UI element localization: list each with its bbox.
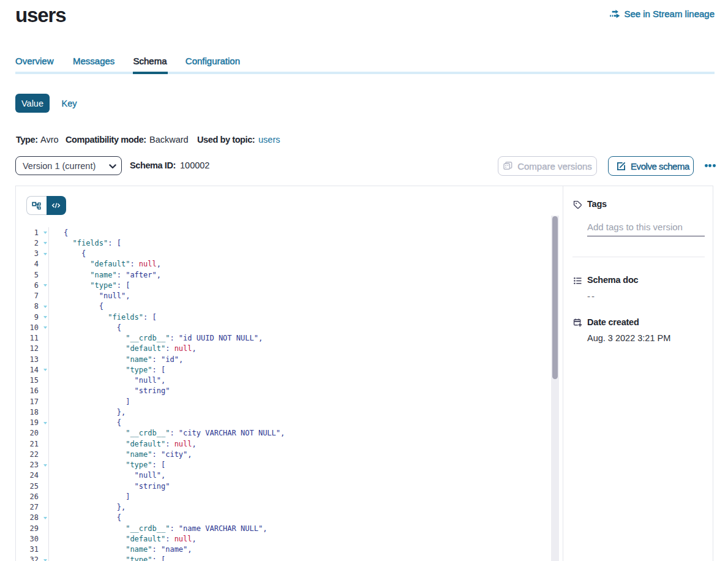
code-line-23: 23 "type": [ (16, 460, 551, 470)
code-line-21: 21 "default": null, (16, 439, 551, 449)
fold-arrow-icon (43, 464, 47, 467)
fold-gutter (39, 344, 49, 354)
code-line-13: 13 "name": "id", (16, 354, 551, 364)
line-number: 23 (16, 461, 39, 469)
code-text: "name": "name", (49, 545, 192, 554)
tag-icon (573, 200, 582, 209)
code-view-button[interactable] (47, 196, 67, 215)
schema-doc-value: -- (587, 292, 596, 301)
fold-arrow-icon (43, 284, 47, 287)
code-line-10: 10 { (16, 322, 551, 333)
code-line-29: 29 "__crdb__": "name VARCHAR NULL", (16, 523, 551, 533)
dot (705, 164, 708, 167)
code-line-26: 26 ] (16, 491, 551, 502)
schema-id-label: Schema ID: (130, 156, 176, 175)
fold-gutter (39, 386, 49, 396)
line-number: 1 (16, 228, 39, 237)
compare-versions-button[interactable]: Compare versions (498, 156, 597, 176)
code-line-7: 7 "null", (16, 291, 551, 301)
line-number: 6 (16, 281, 39, 290)
line-number: 10 (16, 323, 39, 332)
line-number: 28 (16, 513, 39, 522)
topic-link[interactable]: users (258, 135, 280, 145)
fold-arrow-icon (43, 253, 47, 255)
evolve-schema-label: Evolve schema (631, 161, 689, 171)
fold-arrow-icon (43, 242, 47, 244)
code-line-11: 11 "__crdb__": "id UUID NOT NULL", (16, 333, 551, 344)
fold-toggle[interactable] (39, 418, 49, 428)
fold-toggle[interactable] (39, 364, 49, 375)
value-toggle-button[interactable]: Value (15, 94, 50, 113)
code-line-25: 25 "string" (16, 481, 551, 491)
fold-gutter (39, 354, 49, 364)
tree-view-button[interactable] (26, 196, 47, 215)
code-text: ] (49, 492, 130, 501)
line-number: 5 (16, 271, 39, 279)
code-text: "name": "after", (49, 271, 161, 279)
fold-gutter (39, 259, 49, 269)
tab-schema[interactable]: Schema (133, 56, 167, 66)
code-line-3: 3 { (16, 249, 551, 259)
editor-scrollbar-track[interactable] (551, 216, 559, 561)
fold-toggle[interactable] (39, 555, 49, 561)
version-select-value: Version 1 (current) (23, 161, 96, 171)
fold-arrow-icon (43, 369, 47, 371)
fold-toggle[interactable] (39, 301, 49, 312)
stream-lineage-link[interactable]: See in Stream lineage (610, 9, 715, 19)
fold-arrow-icon (43, 517, 47, 519)
add-tags-input[interactable] (587, 217, 705, 236)
fold-toggle[interactable] (39, 227, 49, 238)
compatibility-label: Compatibility mode: (66, 135, 146, 145)
tree-view-icon (32, 201, 41, 210)
editor-scrollbar-thumb[interactable] (552, 216, 558, 379)
code-text: "default": null, (49, 440, 197, 448)
fold-toggle[interactable] (39, 322, 49, 333)
evolve-schema-button[interactable]: Evolve schema (608, 156, 694, 176)
fold-gutter (39, 481, 49, 491)
fold-gutter (39, 544, 49, 555)
fold-arrow-icon (43, 232, 47, 234)
fold-toggle[interactable] (39, 513, 49, 523)
fold-gutter (39, 491, 49, 502)
line-number: 30 (16, 535, 39, 543)
fold-toggle[interactable] (39, 249, 49, 259)
tab-messages[interactable]: Messages (73, 56, 114, 66)
code-text: "default": null, (49, 344, 197, 353)
fold-toggle[interactable] (39, 238, 49, 248)
code-line-1: 1{ (16, 227, 551, 238)
code-line-9: 9 "fields": [ (16, 312, 551, 322)
fold-gutter (39, 407, 49, 417)
fold-gutter (39, 502, 49, 513)
code-text: "default": null, (49, 535, 197, 543)
code-text: "__crdb__": "id UUID NOT NULL", (49, 334, 263, 342)
schema-side-panel: Tags Schema doc -- Date created Aug. 3 2… (563, 186, 713, 561)
fold-arrow-icon (43, 306, 47, 308)
fold-toggle[interactable] (39, 280, 49, 290)
more-options-button[interactable] (705, 164, 716, 167)
code-text: "type": [ (49, 555, 166, 561)
code-text: { (49, 302, 104, 311)
code-line-14: 14 "type": [ (16, 364, 551, 375)
code-text: "string" (49, 482, 170, 491)
tab-overview[interactable]: Overview (15, 56, 54, 66)
key-toggle-button[interactable]: Key (61, 94, 78, 113)
fold-toggle[interactable] (39, 460, 49, 470)
line-number: 9 (16, 313, 39, 322)
line-number: 11 (16, 334, 39, 342)
fold-toggle[interactable] (39, 312, 49, 322)
code-line-31: 31 "name": "name", (16, 544, 551, 555)
code-text: "null", (49, 376, 166, 385)
line-number: 31 (16, 545, 39, 554)
code-text: { (49, 249, 86, 258)
line-number: 32 (16, 555, 39, 561)
schema-doc-heading: Schema doc (587, 275, 638, 285)
stream-lineage-icon (610, 9, 621, 18)
code-line-17: 17 ] (16, 396, 551, 407)
dot (713, 164, 716, 167)
dot (708, 164, 711, 167)
version-select[interactable]: Version 1 (current) (15, 156, 122, 175)
tab-configuration[interactable]: Configuration (186, 56, 240, 66)
schema-code-editor[interactable]: 1{2 "fields": [3 {4 "default": null,5 "n… (16, 227, 551, 561)
code-text: "name": "id", (49, 355, 184, 364)
schema-id-value: 100002 (180, 156, 209, 175)
